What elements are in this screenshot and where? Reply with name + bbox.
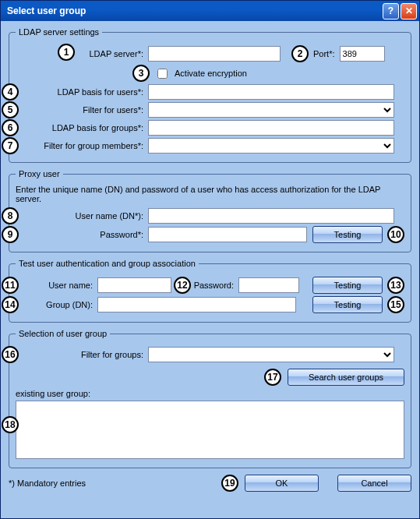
selection-group: Selection of user group 16 Filter for gr… xyxy=(9,329,411,468)
callout-3: 3 xyxy=(132,65,150,82)
test-auth-group: Test user authentication and group assoc… xyxy=(9,259,411,323)
dialog-window: Select user group ? ✕ LDAP server settin… xyxy=(0,0,420,519)
proxy-password-label: Password*: xyxy=(16,230,148,239)
test-group-input[interactable] xyxy=(97,297,296,312)
test-user-testing-button[interactable]: Testing xyxy=(312,277,383,294)
cancel-button[interactable]: Cancel xyxy=(337,475,411,492)
test-legend: Test user authentication and group assoc… xyxy=(16,259,199,268)
filter-groups-select[interactable] xyxy=(148,347,394,362)
titlebar: Select user group ? ✕ xyxy=(1,1,419,21)
filter-members-select[interactable] xyxy=(148,138,394,154)
callout-17: 17 xyxy=(264,369,281,386)
port-input[interactable] xyxy=(340,46,385,62)
proxy-intro: Enter the unique name (DN) and password … xyxy=(16,185,404,203)
test-group-testing-button[interactable]: Testing xyxy=(312,296,383,313)
callout-15: 15 xyxy=(387,296,404,313)
dialog-body: LDAP server settings 1 LDAP server*: 2 P… xyxy=(1,21,419,518)
filter-users-label: Filter for users*: xyxy=(16,105,148,115)
window-title: Select user group xyxy=(7,5,381,16)
test-username-input[interactable] xyxy=(97,277,171,293)
filter-members-label: Filter for group members*: xyxy=(16,141,148,150)
proxy-username-input[interactable] xyxy=(148,208,394,224)
callout-13: 13 xyxy=(387,277,404,294)
encrypt-checkbox[interactable] xyxy=(157,69,168,79)
callout-2: 2 xyxy=(291,45,309,62)
ldap-legend: LDAP server settings xyxy=(16,27,102,37)
test-username-label: User name: xyxy=(16,281,97,290)
basis-users-label: LDAP basis for users*: xyxy=(16,87,148,97)
basis-users-input[interactable] xyxy=(148,84,394,100)
proxy-username-label: User name (DN*): xyxy=(16,211,148,221)
callout-10: 10 xyxy=(387,226,404,243)
selection-legend: Selection of user group xyxy=(16,329,110,338)
mandatory-note: *) Mandatory entries xyxy=(9,478,86,488)
test-group-label: Group (DN): xyxy=(16,300,97,309)
test-password-label: Password: xyxy=(193,281,238,290)
basis-groups-label: LDAP basis for groups*: xyxy=(16,123,148,132)
ldap-server-input[interactable] xyxy=(148,46,281,62)
help-icon[interactable]: ? xyxy=(383,3,399,19)
test-password-input[interactable] xyxy=(238,277,299,293)
proxy-user-group: Proxy user Enter the unique name (DN) an… xyxy=(9,169,411,252)
callout-12: 12 xyxy=(174,277,191,294)
existing-group-label: existing user group: xyxy=(16,389,90,398)
ok-button[interactable]: OK xyxy=(245,475,319,492)
footer: *) Mandatory entries 19 OK Cancel xyxy=(9,475,411,492)
existing-groups-listbox[interactable] xyxy=(16,401,404,459)
ldap-settings-group: LDAP server settings 1 LDAP server*: 2 P… xyxy=(9,27,411,163)
proxy-password-input[interactable] xyxy=(148,227,307,242)
filter-users-select[interactable] xyxy=(148,102,394,118)
filter-groups-label: Filter for groups: xyxy=(16,350,148,359)
callout-19: 19 xyxy=(221,475,238,492)
encrypt-checkbox-wrap[interactable]: Activate encryption xyxy=(154,66,247,81)
basis-groups-input[interactable] xyxy=(148,120,394,136)
proxy-legend: Proxy user xyxy=(16,169,63,178)
proxy-testing-button[interactable]: Testing xyxy=(312,226,383,243)
ldap-server-label: LDAP server*: xyxy=(16,49,148,58)
encrypt-label: Activate encryption xyxy=(175,69,247,78)
close-icon[interactable]: ✕ xyxy=(401,3,417,19)
port-label: Port*: xyxy=(313,49,335,58)
search-groups-button[interactable]: Search user groups xyxy=(288,369,404,386)
